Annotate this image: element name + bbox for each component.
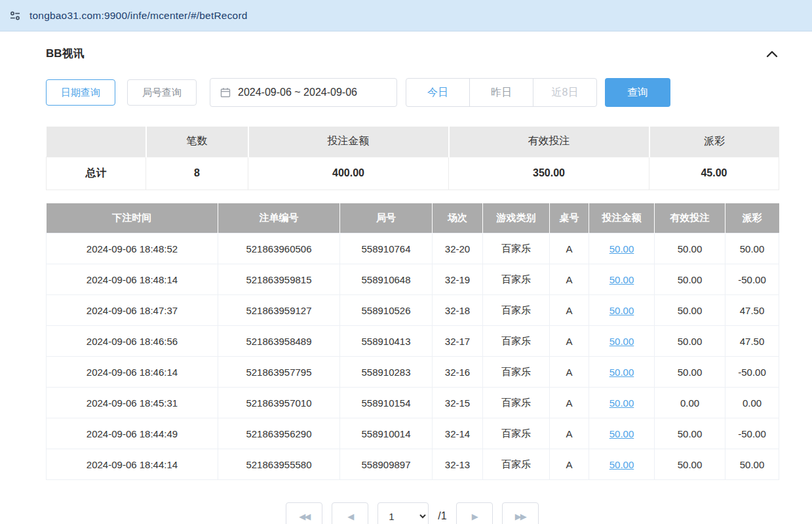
yesterday-button[interactable]: 昨日 xyxy=(469,78,533,107)
summary-header-count: 笔数 xyxy=(146,127,248,157)
cell-bet-amount-link[interactable]: 50.00 xyxy=(609,397,634,409)
bet-table-body: 2024-09-06 18:48:52 521863960506 5589107… xyxy=(47,233,779,480)
cell-session: 32-13 xyxy=(433,449,483,480)
table-row: 2024-09-06 18:48:52 521863960506 5589107… xyxy=(47,233,779,264)
cell-session: 32-18 xyxy=(433,295,483,326)
cell-payout: -50.00 xyxy=(725,264,779,295)
next-page-icon: ▶ xyxy=(472,512,477,521)
cell-valid-bet: 50.00 xyxy=(655,295,725,326)
cell-payout: -50.00 xyxy=(725,357,779,388)
prev-page-icon: ◀ xyxy=(347,512,353,521)
summary-total-count: 8 xyxy=(146,157,248,190)
cell-order-id: 521863957010 xyxy=(218,388,340,418)
cell-order-id: 521863955580 xyxy=(218,449,340,480)
calendar-icon xyxy=(220,87,231,98)
col-header-table-no: 桌号 xyxy=(550,203,589,233)
page-url[interactable]: tongbao31.com:9900/infe/mcenter/#/betRec… xyxy=(29,10,248,22)
next-page-button[interactable]: ▶ xyxy=(456,502,493,524)
cell-round-id: 558909897 xyxy=(340,449,433,480)
cell-bet-amount-link[interactable]: 50.00 xyxy=(609,459,634,470)
cell-valid-bet: 50.00 xyxy=(655,264,725,295)
cell-game-type: 百家乐 xyxy=(483,418,550,449)
cell-round-id: 558910413 xyxy=(340,326,433,357)
cell-bet-amount-link[interactable]: 50.00 xyxy=(609,305,634,316)
col-header-game-type: 游戏类别 xyxy=(483,203,550,233)
cell-payout: 50.00 xyxy=(725,233,779,264)
round-query-tab[interactable]: 局号查询 xyxy=(127,79,197,106)
collapse-chevron-up-icon[interactable] xyxy=(765,49,779,58)
summary-total-payout: 45.00 xyxy=(649,157,779,190)
cell-table-no: A xyxy=(550,357,589,388)
cell-table-no: A xyxy=(550,418,589,449)
cell-session: 32-15 xyxy=(433,388,483,418)
cell-table-no: A xyxy=(550,449,589,480)
cell-game-type: 百家乐 xyxy=(483,233,550,264)
cell-bet-amount-link[interactable]: 50.00 xyxy=(609,243,634,254)
date-range-value: 2024-09-06 ~ 2024-09-06 xyxy=(238,87,357,98)
col-header-session: 场次 xyxy=(433,203,483,233)
cell-table-no: A xyxy=(550,326,589,357)
cell-valid-bet: 50.00 xyxy=(655,326,725,357)
cell-bet-amount-link[interactable]: 50.00 xyxy=(609,274,634,285)
cell-game-type: 百家乐 xyxy=(483,388,550,418)
table-row: 2024-09-06 18:46:56 521863958489 5589104… xyxy=(47,326,779,357)
cell-session: 32-19 xyxy=(433,264,483,295)
prev-page-button[interactable]: ◀ xyxy=(332,502,368,524)
cell-round-id: 558910648 xyxy=(340,264,433,295)
table-row: 2024-09-06 18:44:14 521863955580 5589098… xyxy=(47,449,779,480)
site-settings-icon[interactable] xyxy=(9,10,21,22)
cell-game-type: 百家乐 xyxy=(483,295,550,326)
cell-valid-bet: 50.00 xyxy=(655,418,725,449)
col-header-valid-bet: 有效投注 xyxy=(655,203,725,233)
cell-bet-amount-link[interactable]: 50.00 xyxy=(609,428,634,439)
search-button[interactable]: 查询 xyxy=(605,78,670,107)
date-range-picker[interactable]: 2024-09-06 ~ 2024-09-06 xyxy=(210,78,397,107)
cell-order-id: 521863959815 xyxy=(218,264,340,295)
filter-toolbar: 日期查询 局号查询 2024-09-06 ~ 2024-09-06 今日 昨日 … xyxy=(46,78,779,107)
bet-record-table: 下注时间 注单编号 局号 场次 游戏类别 桌号 投注金额 有效投注 派彩 202… xyxy=(46,203,779,481)
pagination: ◀◀ ◀ 1 /1 ▶ ▶▶ xyxy=(46,502,779,524)
table-row: 2024-09-06 18:47:37 521863959127 5589105… xyxy=(47,295,779,326)
cell-session: 32-16 xyxy=(433,357,483,388)
cell-bet-time: 2024-09-06 18:44:14 xyxy=(47,449,218,480)
summary-header-blank xyxy=(47,127,146,157)
today-button[interactable]: 今日 xyxy=(406,78,470,107)
cell-bet-time: 2024-09-06 18:48:52 xyxy=(47,233,218,264)
cell-game-type: 百家乐 xyxy=(483,357,550,388)
last-page-button[interactable]: ▶▶ xyxy=(502,502,539,524)
cell-order-id: 521863960506 xyxy=(218,233,340,264)
cell-bet-time: 2024-09-06 18:47:37 xyxy=(47,295,218,326)
summary-total-bet-amount: 400.00 xyxy=(248,157,449,190)
cell-round-id: 558910526 xyxy=(340,295,433,326)
cell-order-id: 521863959127 xyxy=(218,295,340,326)
col-header-payout: 派彩 xyxy=(725,203,779,233)
summary-header-valid-bet: 有效投注 xyxy=(449,127,649,157)
summary-total-row: 总计 8 400.00 350.00 45.00 xyxy=(47,157,779,190)
cell-payout: 47.50 xyxy=(725,326,779,357)
table-row: 2024-09-06 18:45:31 521863957010 5589101… xyxy=(47,388,779,418)
cell-valid-bet: 50.00 xyxy=(655,449,725,480)
cell-payout: -50.00 xyxy=(725,418,779,449)
cell-table-no: A xyxy=(550,264,589,295)
col-header-order-id: 注单编号 xyxy=(218,203,340,233)
first-page-icon: ◀◀ xyxy=(299,512,309,521)
browser-address-bar: tongbao31.com:9900/infe/mcenter/#/betRec… xyxy=(0,0,812,31)
last-page-icon: ▶▶ xyxy=(515,512,526,521)
summary-header-bet-amount: 投注金额 xyxy=(248,127,449,157)
cell-round-id: 558910154 xyxy=(340,388,433,418)
date-query-tab[interactable]: 日期查询 xyxy=(46,79,115,106)
col-header-bet-amount: 投注金额 xyxy=(589,203,655,233)
page-select[interactable]: 1 xyxy=(377,502,429,524)
cell-session: 32-20 xyxy=(433,233,483,264)
cell-bet-time: 2024-09-06 18:48:14 xyxy=(47,264,218,295)
cell-bet-time: 2024-09-06 18:46:14 xyxy=(47,357,218,388)
cell-bet-amount-link[interactable]: 50.00 xyxy=(609,367,634,378)
col-header-bet-time: 下注时间 xyxy=(47,203,218,233)
cell-session: 32-14 xyxy=(433,418,483,449)
first-page-button[interactable]: ◀◀ xyxy=(286,502,322,524)
cell-bet-amount-link[interactable]: 50.00 xyxy=(609,336,634,347)
cell-game-type: 百家乐 xyxy=(483,264,550,295)
table-row: 2024-09-06 18:48:14 521863959815 5589106… xyxy=(47,264,779,295)
last-8-days-button[interactable]: 近8日 xyxy=(533,78,597,107)
cell-valid-bet: 50.00 xyxy=(655,357,725,388)
